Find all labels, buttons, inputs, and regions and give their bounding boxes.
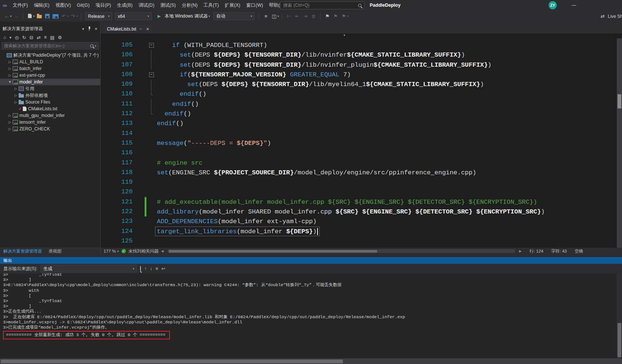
- search-options-dropdown-icon[interactable]: ▾: [95, 44, 96, 48]
- new-file-icon[interactable]: [26, 11, 34, 22]
- tree-item-all-build[interactable]: ▷ALL_BUILD: [0, 58, 100, 65]
- code-line-113[interactable]: 113endif(): [101, 118, 622, 128]
- output-line-8[interactable]: 3> 正在创建库 E:/0824/PaddleX/deploy/cpp/out/…: [3, 314, 622, 320]
- expand-arrow-icon[interactable]: ▷: [7, 73, 12, 77]
- code-line-112[interactable]: 112endif(): [101, 109, 622, 118]
- expand-arrow-icon[interactable]: ▷: [7, 60, 12, 64]
- scrollbar-thumb[interactable]: [618, 323, 621, 357]
- show-all-files-icon[interactable]: ≡: [44, 35, 47, 40]
- code-line-116[interactable]: 116: [101, 148, 622, 158]
- menu-item-3[interactable]: Git(G): [74, 0, 92, 11]
- scrollbar-thumb[interactable]: [618, 94, 621, 108]
- menu-item-9[interactable]: 工具(T): [201, 0, 222, 11]
- start-debugging-button[interactable]: ▶ 本地 Windows 调试器 ▾: [154, 11, 212, 22]
- menu-item-11[interactable]: 窗口(W): [243, 0, 266, 11]
- camera-dropdown-icon[interactable]: ▾: [277, 15, 279, 18]
- code-line-124[interactable]: 124target_link_libraries(model_infer ${D…: [101, 227, 622, 236]
- user-avatar[interactable]: ZY: [549, 1, 557, 9]
- output-vertical-scrollbar[interactable]: [617, 273, 622, 358]
- menu-item-8[interactable]: 分析(N): [179, 0, 201, 11]
- camera-icon[interactable]: ◫: [270, 11, 278, 22]
- code-line-111[interactable]: 111endif(): [101, 99, 622, 109]
- pin-icon[interactable]: [88, 26, 91, 31]
- navigate-forward-icon[interactable]: →: [12, 11, 20, 22]
- fold-collapse-button[interactable]: −: [149, 43, 154, 48]
- window-position-icon[interactable]: ▾: [82, 27, 84, 31]
- collapse-arrow-icon[interactable]: ▼: [7, 80, 12, 84]
- code-line-114[interactable]: 114: [101, 129, 622, 138]
- output-line-9[interactable]: 3>model_infer.vcxproj -> E:\0824\PaddleX…: [3, 320, 622, 325]
- menu-item-6[interactable]: 调试(D): [136, 0, 157, 11]
- previous-bookmark-icon[interactable]: ⚑: [332, 11, 339, 22]
- output-line-2[interactable]: 3>E:\0824\PaddleX\deploy\cpp\model_deplo…: [3, 282, 622, 288]
- menu-item-2[interactable]: 视图(V): [53, 0, 74, 11]
- close-icon[interactable]: ✕: [95, 27, 98, 31]
- code-line-125[interactable]: 125: [101, 236, 622, 246]
- navigate-back-dropdown-icon[interactable]: ▾: [10, 15, 12, 18]
- output-line-1[interactable]: 3> ]: [3, 277, 622, 282]
- tree-item-multi-gpu-model-infer[interactable]: ▷multi_gpu_model_infer: [0, 112, 100, 119]
- menu-item-5[interactable]: 生成(B): [114, 0, 136, 11]
- clear-all-icon[interactable]: ≡: [155, 266, 158, 271]
- redo-dropdown-icon[interactable]: ▾: [76, 15, 78, 18]
- expand-arrow-icon[interactable]: ▷: [7, 114, 12, 117]
- editor-vertical-scrollbar[interactable]: [617, 38, 622, 248]
- editor-horizontal-scrollbar[interactable]: [168, 249, 515, 253]
- expand-arrow-icon[interactable]: ▷: [13, 100, 18, 104]
- previous-message-icon[interactable]: ↑: [144, 266, 146, 271]
- output-line-10[interactable]: 3>已完成生成项目“model_infer.vcxproj”的操作。: [3, 325, 622, 330]
- panel-splitter[interactable]: [0, 254, 622, 257]
- output-horizontal-scrollbar[interactable]: [0, 358, 622, 364]
- tree-item-external-deps[interactable]: ▷外部依赖项: [0, 92, 100, 99]
- code-line-118[interactable]: 118set(ENGINE_SRC ${PROJECT_SOURCE_DIR}/…: [101, 168, 622, 177]
- tab-pin-icon[interactable]: ⊢: [140, 27, 143, 31]
- menu-item-1[interactable]: 编辑(E): [31, 0, 53, 11]
- expand-arrow-icon[interactable]: ▷: [13, 94, 18, 97]
- tree-item-references[interactable]: ▷引用: [0, 85, 100, 92]
- output-line-5[interactable]: 3> _Ty=float: [3, 298, 622, 304]
- code-line-107[interactable]: 107set(DEPS ${DEPS} ${TENSORRT_DIR}/lib/…: [101, 60, 622, 70]
- expand-arrow-icon[interactable]: ▷: [13, 87, 18, 91]
- zoom-level-dropdown[interactable]: 177 %: [104, 249, 116, 253]
- undo-dropdown-icon[interactable]: ▾: [67, 15, 69, 18]
- attach-mode-dropdown[interactable]: 自动▾: [214, 12, 255, 20]
- code-line-105[interactable]: 105−if (WITH_PADDLE_TENSORRT): [101, 40, 622, 50]
- output-line-4[interactable]: 3> [: [3, 293, 622, 298]
- code-line-117[interactable]: 117# engine src: [101, 158, 622, 168]
- code-line-119[interactable]: 119: [101, 177, 622, 187]
- code-editor[interactable]: 105−if (WITH_PADDLE_TENSORRT)106set(DEPS…: [101, 38, 622, 248]
- navigation-dropdown-icon[interactable]: ▾: [344, 34, 345, 37]
- redo-icon[interactable]: ↷: [69, 11, 77, 22]
- tree-item-solution-root[interactable]: 解决方案“PaddleDeploy”(7 个项目, 共 7 个): [0, 52, 100, 58]
- tree-item-model-infer[interactable]: ▼model_infer: [0, 79, 100, 85]
- fold-collapse-button[interactable]: −: [149, 72, 154, 77]
- solution-configuration-dropdown[interactable]: Release▾: [85, 12, 112, 20]
- toolbar-overflow-icon[interactable]: ▾: [347, 15, 348, 18]
- code-line-109[interactable]: 109set(DEPS ${DEPS} ${TENSORRT_DIR}/lib/…: [101, 79, 622, 89]
- menu-item-10[interactable]: 扩展(X): [222, 0, 243, 11]
- save-icon[interactable]: [44, 11, 51, 22]
- solution-explorer-search-box[interactable]: 搜索解决方案资源管理器(Ctrl+;) ▾: [1, 42, 99, 50]
- scroll-right-icon[interactable]: ▶: [519, 249, 522, 253]
- indent-increase-icon[interactable]: ⇥: [301, 11, 309, 22]
- next-bookmark-icon[interactable]: ⚑: [340, 11, 347, 22]
- find-in-files-icon[interactable]: ⊢: [285, 11, 293, 22]
- tree-item-ext-yaml-cpp[interactable]: ▷ext-yaml-cpp: [0, 72, 100, 79]
- document-health-icon[interactable]: ✓: [121, 249, 126, 253]
- wrench-icon[interactable]: ⚙: [58, 35, 62, 40]
- tree-item-cmakelists[interactable]: ✓CMakeLists.txt: [0, 105, 100, 112]
- expand-arrow-icon[interactable]: ▷: [7, 67, 12, 70]
- menu-item-4[interactable]: 项目(P): [92, 0, 114, 11]
- output-line-0[interactable]: 3> _Ty=float: [3, 273, 622, 277]
- output-line-3[interactable]: 3> with: [3, 288, 622, 293]
- refresh-icon[interactable]: ↻: [22, 35, 26, 40]
- find-message-icon[interactable]: [140, 266, 141, 271]
- properties-icon[interactable]: ▤: [50, 35, 54, 40]
- tree-item-tensorrt-infer[interactable]: ▷tensorrt_infer: [0, 119, 100, 126]
- output-line-6[interactable]: 3> ]: [3, 304, 622, 309]
- scroll-left-icon[interactable]: ◀: [161, 249, 164, 253]
- error-list-icon[interactable]: ≡: [262, 11, 269, 22]
- tree-item-batch-infer[interactable]: ▷batch_infer: [0, 65, 100, 72]
- code-line-110[interactable]: 110endif(): [101, 89, 622, 99]
- live-share-button[interactable]: ⇄ Live Sh: [599, 11, 622, 22]
